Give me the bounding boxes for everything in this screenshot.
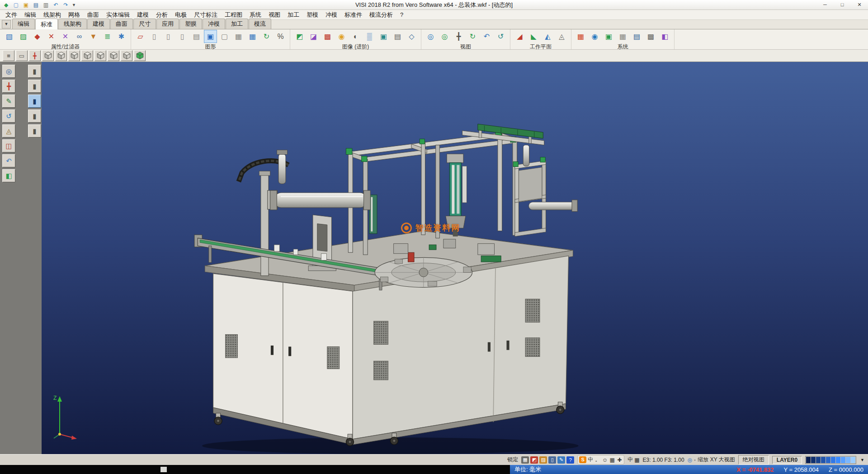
cylinder-view-icon-2[interactable]: ▯ [162, 30, 175, 43]
3d-viewport[interactable]: 智造资料网 Z [42, 62, 868, 454]
win-keyboard-icon[interactable]: ▦ [634, 457, 639, 463]
new-doc-icon[interactable]: ▢ [12, 1, 20, 9]
view-cube-iso-2[interactable] [55, 50, 67, 61]
status-dropdown-icon[interactable]: ▼ [859, 458, 865, 462]
transparency-icon[interactable]: % [274, 30, 287, 43]
axis-origin-icon[interactable]: ╋ [29, 50, 41, 61]
chip-icon[interactable]: ◧ [658, 30, 671, 43]
edit-geometry-icon[interactable]: ✎ [2, 95, 15, 108]
shadow-icon[interactable]: ◐ [349, 30, 362, 43]
menu-item[interactable]: 标准件 [341, 10, 366, 19]
pen-status-icon[interactable]: ✎ [557, 456, 565, 464]
ime-keyboard-icon[interactable]: ▦ [609, 457, 615, 463]
matrix-icon[interactable]: ▩ [644, 30, 657, 43]
dynamic-view-icon[interactable]: ↺ [2, 109, 15, 123]
ime-emoji-icon[interactable]: ☺ [602, 457, 608, 463]
minimize-button[interactable]: ─ [816, 0, 834, 9]
zoom-all-icon[interactable]: ◎ [438, 30, 451, 43]
sheet-icon[interactable]: ▤ [190, 30, 203, 43]
workplane-align-icon[interactable]: ◣ [527, 30, 540, 43]
pan-view-icon[interactable]: ╋ [452, 30, 465, 43]
filter-funnel-icon[interactable]: ▼ [87, 30, 100, 43]
zoom-window-icon[interactable]: ◎ [424, 30, 437, 43]
print-image-icon[interactable]: ▤ [391, 30, 404, 43]
attribute-paint-icon[interactable]: ▨ [17, 30, 30, 43]
erase-graphics-icon[interactable]: ▱ [134, 30, 147, 43]
ribbon-tab[interactable]: 塑膜 [179, 19, 202, 29]
ribbon-tab[interactable]: 曲面 [110, 19, 133, 29]
view-cube-top[interactable] [68, 50, 80, 61]
display-mode-transparent[interactable]: ▮ [28, 124, 41, 137]
ribbon-tab[interactable]: 尺寸 [133, 19, 156, 29]
workplane-3point-icon[interactable]: ◭ [541, 30, 554, 43]
background-icon[interactable]: ▒ [363, 30, 376, 43]
color-palette-icon[interactable]: ▦ [574, 30, 587, 43]
snapshot-icon[interactable]: ▣ [377, 30, 390, 43]
blank-sheet-icon[interactable]: ▭ [16, 50, 28, 61]
view-cube-right[interactable] [94, 50, 106, 61]
color-swatch[interactable] [846, 457, 850, 463]
attribute-match-icon[interactable]: ◆ [31, 30, 44, 43]
layer-list-icon[interactable]: ≡ [3, 50, 14, 61]
cylinder-view-icon-1[interactable]: ▯ [148, 30, 161, 43]
select-tool-icon[interactable]: ◎ [2, 65, 15, 78]
ime-toolbox-icon[interactable]: ✚ [616, 457, 623, 463]
display-mode-wireframe[interactable]: ▮ [28, 65, 41, 78]
color-swatch[interactable] [851, 457, 855, 463]
redo-icon[interactable]: ↷ [61, 1, 70, 9]
view-cube-left[interactable] [108, 50, 119, 61]
lock-label[interactable]: 锁定 [507, 456, 518, 464]
ribbon-tab[interactable]: 加工 [226, 19, 248, 29]
tab-dropdown-icon[interactable]: ▼ [2, 20, 11, 28]
workplane-reset-icon[interactable]: ◬ [555, 30, 568, 43]
ime-lang-toggle[interactable]: 中 [587, 456, 594, 464]
workplane-xy-icon[interactable]: ◢ [513, 30, 526, 43]
render-icon[interactable]: ◩ [293, 30, 306, 43]
save-icon[interactable]: ▤ [32, 1, 40, 9]
menu-item[interactable]: 塑模 [303, 10, 322, 19]
filter-layers-icon[interactable]: ≣ [101, 30, 114, 43]
ribbon-tab[interactable]: 标准 [35, 19, 58, 29]
previous-view-icon[interactable]: ↶ [480, 30, 493, 43]
filter-settings-icon[interactable]: ✱ [115, 30, 128, 43]
material-icon[interactable]: ◪ [307, 30, 320, 43]
erase-tool-icon[interactable]: ◫ [2, 139, 15, 152]
ribbon-tab[interactable]: 模流 [249, 19, 271, 29]
menu-item[interactable]: 模流分析 [366, 10, 396, 19]
active-layer-field[interactable]: LAYER0 [772, 456, 802, 464]
monitor-icon[interactable]: ▣ [602, 30, 615, 43]
win-lang-indicator[interactable]: 中 [627, 456, 633, 464]
snap-grid-icon[interactable]: ▦ [521, 456, 529, 464]
menu-item[interactable]: 冲模 [322, 10, 341, 19]
palette-status-icon[interactable]: ▨ [539, 456, 547, 464]
grid-display-icon[interactable]: ▦ [246, 30, 259, 43]
close-button[interactable]: ✕ [851, 0, 868, 9]
measure-icon[interactable]: ◬ [2, 124, 15, 137]
filter-add-icon[interactable]: ✕ [59, 30, 72, 43]
ribbon-tab[interactable]: 编辑 [12, 19, 35, 29]
view-mode-field[interactable]: 绝对视图 [738, 455, 769, 465]
color-swatch[interactable] [831, 457, 835, 463]
color-swatch[interactable] [836, 457, 840, 463]
filter-remove-icon[interactable]: ✕ [45, 30, 58, 43]
hidden-line-icon[interactable]: ▦ [232, 30, 245, 43]
display-mode-rendered[interactable]: ▮ [28, 109, 41, 123]
help-status-icon[interactable]: ? [566, 456, 574, 464]
undo-tool-icon[interactable]: ↶ [2, 154, 15, 167]
view-cube-back[interactable] [121, 50, 132, 61]
ribbon-tab[interactable]: 线架构 [58, 19, 87, 29]
view-cube-shaded[interactable] [134, 50, 146, 61]
ribbon-tab[interactable]: 建模 [87, 19, 110, 29]
color-swatch[interactable] [806, 457, 811, 463]
view-cube-front[interactable] [81, 50, 93, 61]
calculator-icon[interactable]: ▦ [616, 30, 629, 43]
color-swatch[interactable] [826, 457, 830, 463]
filter-chain-icon[interactable]: ∞ [73, 30, 86, 43]
menu-item[interactable]: ? [396, 10, 407, 19]
print-icon[interactable]: ▥ [42, 1, 50, 9]
color-swatch[interactable] [811, 457, 816, 463]
rotate-view-icon[interactable]: ↻ [466, 30, 479, 43]
undo-icon[interactable]: ↶ [52, 1, 60, 9]
app-icon[interactable]: ◆ [2, 1, 10, 9]
workplane-tool-icon[interactable]: ◧ [2, 169, 15, 182]
